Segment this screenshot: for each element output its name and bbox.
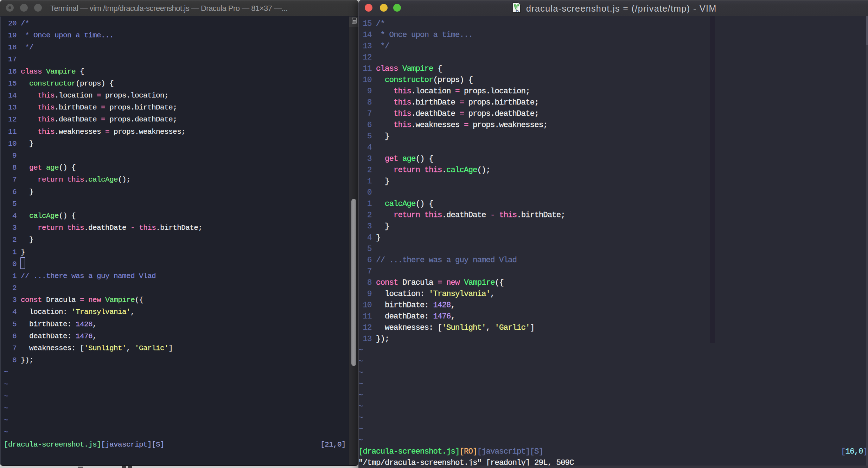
svg-text:JS: JS: [515, 10, 519, 13]
